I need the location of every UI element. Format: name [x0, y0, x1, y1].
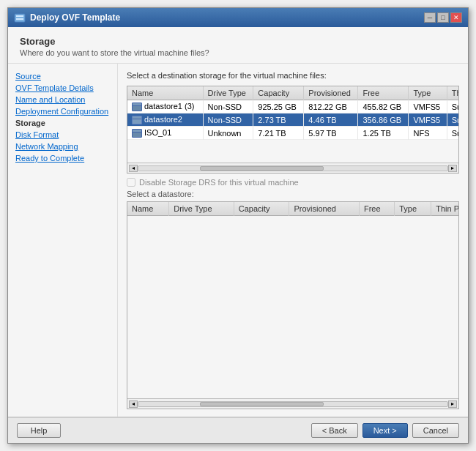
footer: Help < Back Next > Cancel — [8, 417, 468, 443]
col-drive-type: Drive Type — [203, 86, 253, 100]
sidebar-item-source[interactable]: Source — [14, 71, 111, 81]
lower-scrollbar-track[interactable] — [138, 401, 448, 407]
sidebar: Source OVF Template Details Name and Loc… — [8, 64, 118, 417]
disable-drs-checkbox[interactable] — [127, 178, 135, 187]
cell-provisioned: 4.46 TB — [304, 113, 358, 127]
scroll-left-arrow[interactable]: ◂ — [129, 165, 138, 172]
window-title: Deploy OVF Template — [30, 12, 120, 23]
lower-scrollbar-thumb[interactable] — [200, 402, 324, 406]
datastore-icon — [132, 116, 142, 124]
svg-rect-2 — [16, 18, 23, 20]
upper-table-header: Name Drive Type Capacity Provisioned Fre… — [127, 86, 458, 100]
cell-name: datastore2 — [127, 113, 203, 127]
lower-col-capacity: Capacity — [234, 202, 289, 216]
scrollbar-thumb[interactable] — [200, 166, 324, 171]
panel-instruction: Select a destination storage for the vir… — [127, 71, 459, 80]
col-free: Free — [358, 86, 409, 100]
cell-type: VMFS5 — [409, 113, 447, 127]
cell-type: NFS — [409, 127, 447, 140]
table-row[interactable]: datastore2 Non-SSD 2.73 TB 4.46 TB 356.8… — [127, 113, 458, 127]
col-capacity: Capacity — [253, 86, 304, 100]
col-type: Type — [409, 86, 447, 100]
page-subtitle: Where do you want to store the virtual m… — [20, 48, 456, 57]
lower-col-free: Free — [359, 202, 394, 216]
cell-provisioned: 5.97 TB — [304, 127, 358, 140]
lower-col-drive-type: Drive Type — [169, 202, 234, 216]
lower-scrollbar[interactable]: ◂ ▸ — [127, 398, 458, 409]
lower-table-scroll[interactable]: Name Drive Type Capacity Provisioned Fre… — [127, 202, 458, 398]
upper-table-container: Name Drive Type Capacity Provisioned Fre… — [127, 86, 459, 174]
lower-scroll-left-arrow[interactable]: ◂ — [129, 400, 138, 408]
col-provisioned: Provisioned — [304, 86, 358, 100]
sidebar-item-name-and-location[interactable]: Name and Location — [14, 94, 111, 105]
col-thin-prov: Thin Prov — [447, 86, 458, 100]
upper-table-scroll[interactable]: Name Drive Type Capacity Provisioned Fre… — [127, 86, 458, 163]
page-title: Storage — [20, 36, 456, 47]
content-area: Storage Where do you want to store the v… — [8, 27, 468, 443]
main-content: Source OVF Template Details Name and Loc… — [8, 64, 468, 417]
cell-type: VMFS5 — [409, 100, 447, 113]
cell-name: ISO_01 — [127, 127, 203, 140]
cell-drive-type: Non-SSD — [203, 113, 253, 127]
disable-drs-label: Disable Storage DRS for this virtual mac… — [139, 178, 299, 187]
close-button[interactable]: ✕ — [450, 12, 462, 23]
upper-scrollbar[interactable]: ◂ ▸ — [127, 163, 458, 173]
cell-free: 1.25 TB — [358, 127, 409, 140]
maximize-button[interactable]: □ — [437, 12, 449, 23]
cell-capacity: 7.21 TB — [253, 127, 304, 140]
right-panel: Select a destination storage for the vir… — [118, 64, 468, 417]
table-row[interactable]: datastore1 (3) Non-SSD 925.25 GB 812.22 … — [127, 100, 458, 113]
cell-drive-type: Non-SSD — [203, 100, 253, 113]
scroll-right-arrow[interactable]: ▸ — [448, 165, 457, 172]
back-button[interactable]: < Back — [311, 423, 358, 438]
datastore-section-label: Select a datastore: — [127, 190, 459, 198]
lower-col-provisioned: Provisioned — [289, 202, 360, 216]
lower-col-type: Type — [395, 202, 431, 216]
cell-free: 356.86 GB — [358, 113, 409, 127]
cell-name: datastore1 (3) — [127, 100, 203, 113]
col-name: Name — [127, 86, 203, 100]
datastore-icon — [132, 129, 142, 138]
sidebar-item-network-mapping[interactable]: Network Mapping — [14, 141, 111, 152]
disable-drs-row: Disable Storage DRS for this virtual mac… — [127, 178, 459, 187]
datastore-icon — [132, 102, 142, 111]
sidebar-item-ready-to-complete[interactable]: Ready to Complete — [14, 153, 111, 163]
upper-table: Name Drive Type Capacity Provisioned Fre… — [127, 86, 458, 140]
help-button[interactable]: Help — [17, 423, 61, 438]
cell-thin-prov: Supporte — [447, 113, 458, 127]
cell-thin-prov: Supporte — [447, 100, 458, 113]
cell-capacity: 2.73 TB — [253, 113, 304, 127]
lower-table-container: Name Drive Type Capacity Provisioned Fre… — [127, 201, 459, 409]
lower-scroll-right-arrow[interactable]: ▸ — [448, 400, 457, 408]
sidebar-item-ovf-template-details[interactable]: OVF Template Details — [14, 83, 111, 93]
lower-col-name: Name — [127, 202, 169, 216]
table-row[interactable]: ISO_01 Unknown 7.21 TB 5.97 TB 1.25 TB N… — [127, 127, 458, 140]
sidebar-item-deployment-configuration[interactable]: Deployment Configuration — [14, 106, 111, 116]
main-window: Deploy OVF Template ─ □ ✕ Storage Where … — [7, 7, 469, 444]
minimize-button[interactable]: ─ — [424, 12, 436, 23]
cell-free: 455.82 GB — [358, 100, 409, 113]
cancel-button[interactable]: Cancel — [412, 423, 459, 438]
lower-col-thin-prov: Thin Provi — [431, 202, 458, 216]
lower-table-header: Name Drive Type Capacity Provisioned Fre… — [127, 202, 458, 216]
next-button[interactable]: Next > — [362, 423, 408, 438]
sidebar-item-disk-format[interactable]: Disk Format — [14, 130, 111, 140]
app-icon — [14, 12, 26, 23]
sidebar-item-storage: Storage — [14, 118, 111, 128]
titlebar: Deploy OVF Template ─ □ ✕ — [8, 8, 468, 27]
lower-table: Name Drive Type Capacity Provisioned Fre… — [127, 202, 458, 216]
scrollbar-track[interactable] — [138, 165, 448, 171]
cell-thin-prov: Supporte — [447, 127, 458, 140]
cell-drive-type: Unknown — [203, 127, 253, 140]
cell-capacity: 925.25 GB — [253, 100, 304, 113]
cell-provisioned: 812.22 GB — [304, 100, 358, 113]
svg-rect-0 — [15, 14, 25, 22]
header-section: Storage Where do you want to store the v… — [8, 27, 468, 64]
svg-rect-1 — [16, 15, 23, 17]
